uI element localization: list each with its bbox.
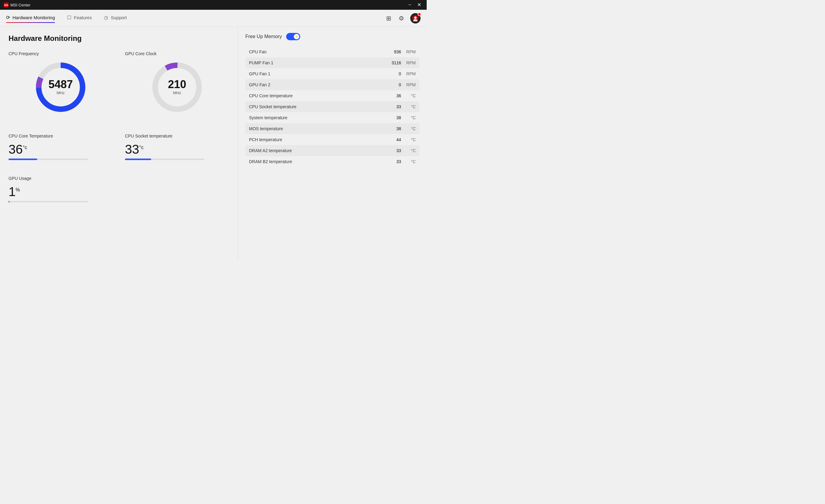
titlebar-title: MSI MSI Center xyxy=(4,2,30,7)
navbar: ⟳ Hardware Monitoring ☐ Features ◷ Suppo… xyxy=(0,10,427,27)
cpu-socket-temp-label: CPU Socket temperature xyxy=(125,134,229,138)
app-title: MSI Center xyxy=(10,3,30,7)
cpu-frequency-section: CPU Frequency 5487 MHz xyxy=(8,51,113,118)
titlebar: MSI MSI Center − ✕ xyxy=(0,0,427,10)
sensor-row-dram-b2-temp: DRAM B2 temperature 33 °C xyxy=(245,156,419,167)
gpu-core-clock-unit: MHz xyxy=(173,90,181,95)
gpu-core-clock-value: 210 xyxy=(168,79,186,90)
sensor-value-cpu-socket-temp: 33 xyxy=(386,104,401,109)
sensor-value-dram-b2-temp: 33 xyxy=(386,159,401,164)
sensor-unit-gpu-fan2: RPM xyxy=(403,82,416,87)
nav-features-label: Features xyxy=(74,15,92,20)
sensor-unit-cpu-socket-temp: °C xyxy=(403,104,416,109)
gpu-usage-value: 1% xyxy=(8,185,113,199)
hardware-monitoring-icon: ⟳ xyxy=(6,15,10,20)
cpu-frequency-donut: 5487 MHz xyxy=(33,60,88,115)
nav-support-label: Support xyxy=(110,15,127,20)
sensor-value-pch-temp: 44 xyxy=(386,137,401,142)
gpu-core-clock-label: GPU Core Clock xyxy=(125,51,229,56)
features-icon: ☐ xyxy=(67,15,71,20)
sensor-row-system-temp: System temperature 38 °C xyxy=(245,112,419,123)
free-memory-header: Free Up Memory ⚡ xyxy=(245,33,419,40)
sensor-row-gpu-fan2: GPU Fan 2 0 RPM xyxy=(245,79,419,90)
sensor-value-gpu-fan1: 0 xyxy=(386,71,401,76)
cpu-frequency-unit: MHz xyxy=(57,90,65,95)
sensor-value-dram-a2-temp: 33 xyxy=(386,148,401,153)
gpu-usage-bar-fill xyxy=(8,201,9,203)
sensor-value-cpu-core-temp: 36 xyxy=(386,93,401,98)
sensor-name-gpu-fan1: GPU Fan 1 xyxy=(249,71,386,76)
nav-features[interactable]: ☐ Features xyxy=(67,15,92,22)
sensor-row-cpu-socket-temp: CPU Socket temperature 33 °C xyxy=(245,101,419,112)
sensor-value-system-temp: 38 xyxy=(386,115,401,120)
minimize-button[interactable]: − xyxy=(406,2,413,8)
sensor-unit-pch-temp: °C xyxy=(403,137,416,142)
svg-point-3 xyxy=(414,16,417,19)
toggle-knob: ⚡ xyxy=(294,34,299,39)
cpu-core-temp-section: CPU Core Temperature 36°c xyxy=(8,134,113,160)
free-memory-label: Free Up Memory xyxy=(245,34,282,39)
left-panel: Hardware Monitoring CPU Frequency 5487 xyxy=(0,27,238,260)
support-icon: ◷ xyxy=(104,15,108,20)
navbar-right: ⊞ ⚙ xyxy=(385,13,421,23)
sensor-name-pump-fan1: PUMP Fan 1 xyxy=(249,60,386,65)
sensor-value-cpu-fan: 936 xyxy=(386,49,401,54)
nav-hardware-monitoring-label: Hardware Monitoring xyxy=(12,15,55,20)
sensor-row-cpu-fan: CPU Fan 936 RPM xyxy=(245,46,419,57)
cpu-core-temp-bar-bg xyxy=(8,158,88,160)
sensor-name-cpu-core-temp: CPU Core temperature xyxy=(249,93,386,98)
titlebar-controls: − ✕ xyxy=(406,2,423,8)
page-title: Hardware Monitoring xyxy=(8,34,229,43)
svg-text:MSI: MSI xyxy=(4,4,8,7)
cpu-socket-temp-section: CPU Socket temperature 33°c xyxy=(125,134,229,160)
free-memory-toggle[interactable]: ⚡ xyxy=(286,33,300,40)
nav-support[interactable]: ◷ Support xyxy=(104,15,127,22)
sensor-value-pump-fan1: 3116 xyxy=(386,60,401,65)
grid-view-button[interactable]: ⊞ xyxy=(385,13,392,23)
sensor-value-mos-temp: 38 xyxy=(386,126,401,131)
close-button[interactable]: ✕ xyxy=(416,2,423,8)
sensor-row-pump-fan1: PUMP Fan 1 3116 RPM xyxy=(245,57,419,68)
gpu-usage-section: GPU Usage 1% xyxy=(8,176,113,203)
settings-button[interactable]: ⚙ xyxy=(397,13,405,23)
user-avatar[interactable] xyxy=(410,13,421,23)
sensor-name-gpu-fan2: GPU Fan 2 xyxy=(249,82,386,87)
sensor-unit-gpu-fan1: RPM xyxy=(403,71,416,76)
cpu-socket-temp-value: 33°c xyxy=(125,142,229,157)
sensor-unit-pump-fan1: RPM xyxy=(403,60,416,65)
sensor-name-pch-temp: PCH temperature xyxy=(249,137,386,142)
sensor-row-cpu-core-temp: CPU Core temperature 36 °C xyxy=(245,90,419,101)
sensor-unit-dram-a2-temp: °C xyxy=(403,148,416,153)
cpu-socket-temp-bar-bg xyxy=(125,158,204,160)
nav-hardware-monitoring[interactable]: ⟳ Hardware Monitoring xyxy=(6,15,55,22)
sensor-unit-cpu-fan: RPM xyxy=(403,49,416,54)
sensor-value-gpu-fan2: 0 xyxy=(386,82,401,87)
cpu-frequency-center: 5487 MHz xyxy=(49,79,73,95)
gpu-core-clock-donut: 210 MHz xyxy=(150,60,205,115)
sensor-row-mos-temp: MOS temperature 38 °C xyxy=(245,123,419,134)
gpu-usage-label: GPU Usage xyxy=(8,176,113,181)
sensor-row-pch-temp: PCH temperature 44 °C xyxy=(245,134,419,145)
metrics-grid: CPU Frequency 5487 MHz xyxy=(8,51,229,203)
cpu-core-temp-label: CPU Core Temperature xyxy=(8,134,113,138)
cpu-core-temp-bar-fill xyxy=(8,158,37,160)
sensor-name-dram-b2-temp: DRAM B2 temperature xyxy=(249,159,386,164)
sensor-name-mos-temp: MOS temperature xyxy=(249,126,386,131)
msi-logo-icon: MSI xyxy=(4,2,8,7)
sensor-name-cpu-fan: CPU Fan xyxy=(249,49,386,54)
sensor-name-cpu-socket-temp: CPU Socket temperature xyxy=(249,104,386,109)
cpu-frequency-label: CPU Frequency xyxy=(8,51,113,56)
gpu-core-clock-center: 210 MHz xyxy=(168,79,186,95)
sensor-name-system-temp: System temperature xyxy=(249,115,386,120)
gpu-core-clock-section: GPU Core Clock 210 MHz xyxy=(125,51,229,118)
notification-badge xyxy=(418,12,421,16)
sensor-unit-cpu-core-temp: °C xyxy=(403,93,416,98)
sensor-name-dram-a2-temp: DRAM A2 temperature xyxy=(249,148,386,153)
gpu-usage-bar-bg xyxy=(8,201,88,203)
sensor-row-dram-a2-temp: DRAM A2 temperature 33 °C xyxy=(245,145,419,156)
avatar-icon xyxy=(412,15,419,21)
cpu-socket-temp-bar-fill xyxy=(125,158,151,160)
sensor-row-gpu-fan1: GPU Fan 1 0 RPM xyxy=(245,68,419,79)
cpu-core-temp-value: 36°c xyxy=(8,142,113,157)
sensor-list: CPU Fan 936 RPM PUMP Fan 1 3116 RPM GPU … xyxy=(245,46,419,167)
